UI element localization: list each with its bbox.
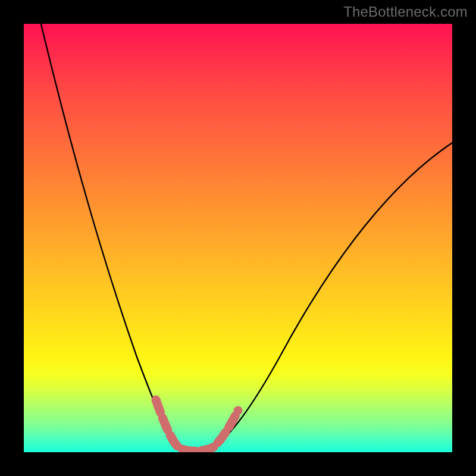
plot-area — [24, 24, 452, 452]
curve-layer — [24, 24, 452, 452]
chart-frame: TheBottleneck.com — [0, 0, 476, 476]
watermark-text: TheBottleneck.com — [343, 4, 468, 20]
highlight-segment — [156, 400, 238, 451]
bottleneck-curve — [41, 24, 452, 451]
